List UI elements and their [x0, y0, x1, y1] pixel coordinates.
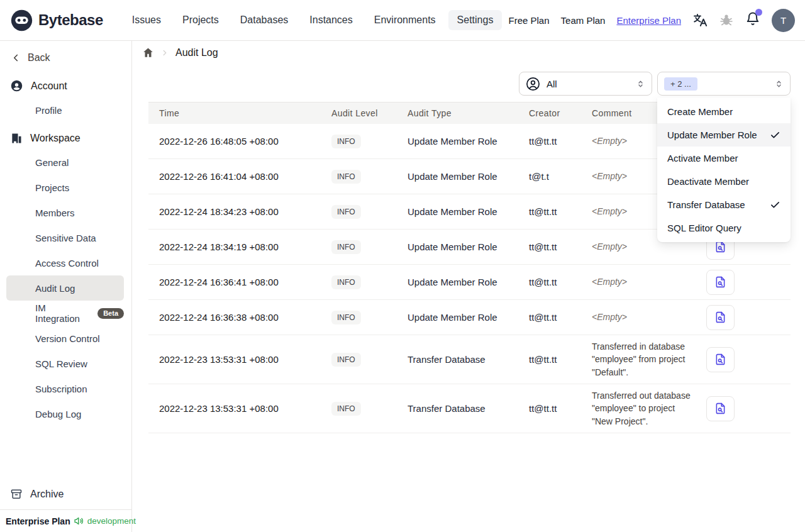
sidebar-item-label: General [35, 157, 69, 168]
sidebar-item-archive[interactable]: Archive [0, 482, 131, 509]
cell-comment: <Empty> [592, 240, 697, 253]
team-plan-label[interactable]: Team Plan [561, 15, 606, 26]
cell-time: 2022-12-24 18:34:19 +08:00 [148, 241, 331, 252]
view-detail-button[interactable] [706, 270, 735, 295]
cell-audit-type: Update Member Role [408, 312, 529, 323]
cell-audit-level: INFO [331, 170, 408, 184]
nav-item-projects[interactable]: Projects [174, 10, 228, 30]
table-row: 2022-12-23 13:53:31 +08:00INFOTransfer D… [148, 335, 791, 384]
cell-creator: tt@tt.tt [529, 206, 592, 217]
translate-icon[interactable] [692, 13, 708, 28]
creator-filter-value: All [547, 79, 557, 89]
menu-item-sql-editor-query[interactable]: SQL Editor Query [657, 216, 791, 240]
menu-item-label: Update Member Role [667, 130, 757, 140]
cell-time: 2022-12-26 16:41:04 +08:00 [148, 171, 331, 182]
cell-creator: tt@tt.tt [529, 136, 592, 147]
bug-icon[interactable] [719, 13, 734, 28]
file-search-icon [714, 275, 727, 289]
info-badge: INFO [331, 353, 361, 367]
sidebar-item-audit-log[interactable]: Audit Log [6, 275, 124, 301]
notification-dot [755, 9, 762, 16]
cell-audit-type: Update Member Role [408, 206, 529, 217]
menu-item-deactivate-member[interactable]: Deactivate Member [657, 170, 791, 193]
cell-comment: <Empty> [592, 275, 697, 288]
cell-actions [697, 396, 791, 421]
settings-sidebar: Back AccountProfileWorkspaceGeneralProje… [0, 41, 132, 532]
info-badge: INFO [331, 170, 361, 184]
menu-item-activate-member[interactable]: Activate Member [657, 147, 791, 170]
bytebase-logo[interactable]: Bytebase [10, 9, 103, 32]
archive-label: Archive [30, 489, 64, 500]
main-content: Audit Log All + 2 ... [132, 41, 805, 532]
chevrons-updown-icon [636, 79, 645, 89]
menu-item-update-member-role[interactable]: Update Member Role [657, 123, 791, 147]
free-plan-label[interactable]: Free Plan [509, 15, 550, 26]
cell-time: 2022-12-23 13:53:31 +08:00 [148, 354, 331, 365]
sidebar-item-access-control[interactable]: Access Control [6, 250, 124, 275]
column-header-creator: Creator [529, 108, 592, 118]
user-circle-icon [10, 79, 23, 92]
cell-audit-level: INFO [331, 353, 408, 367]
notifications-button[interactable] [745, 11, 760, 29]
sidebar-item-sql-review[interactable]: SQL Review [6, 351, 124, 376]
chevron-left-icon [10, 52, 21, 64]
cell-creator: tt@tt.tt [529, 277, 592, 287]
chevrons-updown-icon [774, 79, 784, 89]
cell-time: 2022-12-23 13:53:31 +08:00 [148, 403, 331, 414]
plan-footer: Enterprise Plan development [0, 509, 131, 532]
sidebar-item-general[interactable]: General [6, 150, 124, 175]
sidebar-item-label: Version Control [35, 333, 100, 344]
cell-audit-level: INFO [331, 135, 408, 148]
column-header-audit-type: Audit Type [408, 108, 529, 118]
info-badge: INFO [331, 205, 361, 219]
creator-filter-select[interactable]: All [519, 72, 652, 96]
top-navbar: Bytebase IssuesProjectsDatabasesInstance… [0, 0, 805, 41]
nav-item-settings[interactable]: Settings [448, 10, 502, 30]
sidebar-item-label: Projects [35, 182, 69, 193]
view-detail-button[interactable] [706, 347, 735, 372]
person-circle-icon [526, 77, 540, 91]
sidebar-item-subscription[interactable]: Subscription [6, 376, 124, 401]
nav-item-environments[interactable]: Environments [365, 10, 445, 30]
sidebar-item-version-control[interactable]: Version Control [6, 326, 124, 351]
cell-audit-type: Update Member Role [408, 171, 529, 182]
sidebar-item-im-integration[interactable]: IM IntegrationBeta [6, 301, 124, 326]
view-detail-button[interactable] [706, 396, 735, 421]
sidebar-item-profile[interactable]: Profile [6, 97, 124, 123]
menu-item-create-member[interactable]: Create Member [657, 100, 791, 123]
cell-audit-type: Update Member Role [408, 241, 529, 252]
nav-item-databases[interactable]: Databases [231, 10, 297, 30]
sidebar-item-label: SQL Review [35, 358, 87, 369]
enterprise-plan-link[interactable]: Enterprise Plan [616, 15, 681, 26]
sidebar-item-members[interactable]: Members [6, 200, 124, 225]
cell-creator: tt@tt.tt [529, 403, 592, 414]
nav-item-issues[interactable]: Issues [123, 10, 170, 30]
nav-item-instances[interactable]: Instances [301, 10, 361, 30]
audit-type-filter-select[interactable]: + 2 ... [657, 72, 791, 96]
sidebar-item-label: IM Integration [35, 302, 92, 324]
back-button[interactable]: Back [0, 41, 131, 70]
cell-time: 2022-12-24 16:36:41 +08:00 [148, 277, 331, 287]
sidebar-group-label: Account [31, 80, 67, 92]
menu-item-label: Create Member [667, 106, 733, 117]
footer-plan-label: Enterprise Plan [6, 516, 70, 526]
navbar-right: Free Plan Team Plan Enterprise Plan [509, 9, 795, 32]
sidebar-item-label: Members [35, 208, 75, 218]
menu-item-transfer-database[interactable]: Transfer Database [657, 193, 791, 216]
info-badge: INFO [331, 135, 361, 148]
audit-type-filter-value: + 2 ... [664, 77, 697, 91]
sidebar-item-label: Audit Log [35, 283, 75, 294]
cell-audit-level: INFO [331, 240, 408, 254]
sidebar-item-projects[interactable]: Projects [6, 175, 124, 200]
cell-audit-level: INFO [331, 205, 408, 219]
sidebar-item-sensitive-data[interactable]: Sensitive Data [6, 225, 124, 250]
avatar[interactable]: T [772, 9, 795, 32]
info-badge: INFO [331, 311, 361, 324]
sidebar-item-debug-log[interactable]: Debug Log [6, 401, 124, 426]
table-row: 2022-12-24 16:36:41 +08:00INFOUpdate Mem… [148, 265, 791, 300]
view-detail-button[interactable] [706, 305, 735, 330]
file-search-icon [714, 240, 727, 253]
home-icon[interactable] [142, 47, 154, 58]
environment-label: development [87, 516, 136, 526]
sidebar-item-label: Debug Log [35, 409, 81, 419]
